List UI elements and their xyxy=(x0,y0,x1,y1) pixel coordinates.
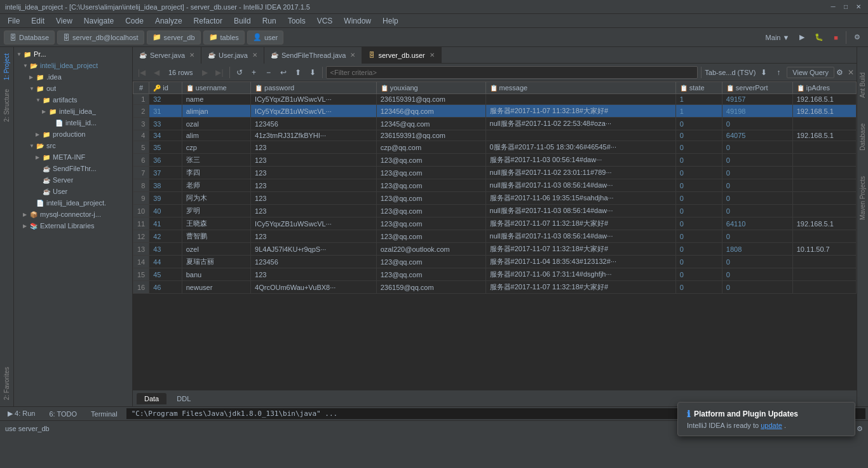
cell-username[interactable]: czp xyxy=(182,141,250,154)
cell-ipadres[interactable] xyxy=(792,141,856,154)
col-state[interactable]: 📋state xyxy=(675,82,722,94)
cell-password[interactable]: 123 xyxy=(251,230,377,243)
cell-password[interactable]: 123456 xyxy=(251,118,377,130)
cell-id[interactable]: 37 xyxy=(149,167,182,179)
cell-serverport[interactable]: 0 xyxy=(722,230,792,243)
cell-ipadres[interactable] xyxy=(792,205,856,217)
cell-message[interactable]: 服务器#2017-11-06 17:31:14#dsghfjh··· xyxy=(485,268,675,281)
close-user-java[interactable]: ✕ xyxy=(252,52,257,59)
cell-message[interactable]: 服务器#2017-11-07 11:32:18#大家好# xyxy=(485,281,675,294)
toolbar-tab-database[interactable]: 🗄 Database xyxy=(4,31,55,45)
cell-id[interactable]: 39 xyxy=(149,192,182,205)
table-row[interactable]: 5 35 czp 123 czp@qq.com 0服务器#2017-11-05 … xyxy=(133,141,857,154)
tab-sendfilethread-java[interactable]: ☕ SendFileThread.java ✕ xyxy=(264,47,363,64)
toolbar-tab-user[interactable]: 👤 user xyxy=(247,31,283,45)
cell-state[interactable]: 1 xyxy=(675,94,722,105)
cell-password[interactable]: ICy5YqxZB1uWSwcVL··· xyxy=(251,217,377,230)
cell-id[interactable]: 36 xyxy=(149,154,182,167)
cell-password[interactable]: 123 xyxy=(251,167,377,179)
cell-message[interactable]: 服务器#2017-11-07 11:32:18#大家好# xyxy=(485,105,675,118)
cell-state[interactable]: 0 xyxy=(675,130,722,141)
cell-username[interactable]: 阿为木 xyxy=(182,192,250,205)
cell-message[interactable]: null服务器#2017-11-03 08:56:14#daw··· xyxy=(485,205,675,217)
filter-input[interactable] xyxy=(326,66,698,79)
cell-ipadres[interactable]: 192.168.5.1 xyxy=(792,130,856,141)
close-button[interactable]: ✕ xyxy=(854,3,863,11)
cell-state[interactable]: 0 xyxy=(675,192,722,205)
cell-id[interactable]: 40 xyxy=(149,205,182,217)
tree-item-project-file[interactable]: 📄 intelij_idea_project. xyxy=(14,197,132,209)
close-panel-icon[interactable]: ✕ xyxy=(848,68,854,77)
toolbar-tab-server-db[interactable]: 📁 server_db xyxy=(147,31,201,45)
close-sendfilethread[interactable]: ✕ xyxy=(350,52,355,59)
cell-username[interactable]: 李四 xyxy=(182,167,250,179)
nav-first-button[interactable]: |◀ xyxy=(135,66,148,79)
col-message[interactable]: 📋message xyxy=(485,82,675,94)
cell-ipadres[interactable] xyxy=(792,179,856,192)
sort-asc-button[interactable]: ↑ xyxy=(772,66,785,79)
toolbar-tab-server-db-host[interactable]: 🗄 server_db@localhost xyxy=(57,31,144,45)
menu-code[interactable]: Code xyxy=(120,15,149,27)
cell-password[interactable]: 123456 xyxy=(251,256,377,268)
close-server-java[interactable]: ✕ xyxy=(189,52,194,59)
cell-serverport[interactable]: 49198 xyxy=(722,105,792,118)
cell-message[interactable]: null服务器#2017-11-02 23:01:11#789··· xyxy=(485,167,675,179)
cell-state[interactable]: 0 xyxy=(675,154,722,167)
cell-username[interactable]: ozal xyxy=(182,118,250,130)
table-row[interactable]: 6 36 张三 123 123@qq.com 服务器#2017-11-03 00… xyxy=(133,154,857,167)
cell-ipadres[interactable] xyxy=(792,230,856,243)
cell-ipadres[interactable] xyxy=(792,118,856,130)
cell-state[interactable]: 0 xyxy=(675,141,722,154)
cell-id[interactable]: 33 xyxy=(149,118,182,130)
tree-item-intelij-project[interactable]: ▼ 📂 intelij_idea_project xyxy=(14,60,132,71)
cell-state[interactable]: 1 xyxy=(675,105,722,118)
cell-message[interactable] xyxy=(485,94,675,105)
maximize-button[interactable]: □ xyxy=(841,3,850,11)
cell-state[interactable]: 0 xyxy=(675,179,722,192)
cell-password[interactable]: 123 xyxy=(251,192,377,205)
cell-message[interactable]: null服务器#2017-11-02 22:53:48#oza··· xyxy=(485,118,675,130)
settings-gear-icon[interactable]: ⚙ xyxy=(836,68,843,77)
cell-id[interactable]: 41 xyxy=(149,217,182,230)
cell-password[interactable]: 123 xyxy=(251,179,377,192)
cell-id[interactable]: 42 xyxy=(149,230,182,243)
cell-ipadres[interactable]: 192.168.5.1 xyxy=(792,105,856,118)
todo-tab[interactable]: 6: TODO xyxy=(44,409,82,419)
cell-ipadres[interactable]: 192.168.5.1 xyxy=(792,217,856,230)
tree-item-meta-inf[interactable]: ▶ 📁 META-INF xyxy=(14,151,132,163)
table-row[interactable]: 14 44 夏瑞古丽 123456 123@qq.com 服务器#2017-11… xyxy=(133,256,857,268)
tree-item-intelij-idea-sub[interactable]: ▶ 📁 intelij_idea_ xyxy=(14,106,132,117)
cell-serverport[interactable]: 64075 xyxy=(722,130,792,141)
cell-youxiang[interactable]: 123@qq.com xyxy=(376,205,485,217)
menu-vcs[interactable]: VCS xyxy=(312,15,338,27)
cell-username[interactable]: 老师 xyxy=(182,179,250,192)
cell-password[interactable]: 123 xyxy=(251,205,377,217)
tab-server-java[interactable]: ☕ Server.java ✕ xyxy=(133,47,201,64)
col-username[interactable]: 📋username xyxy=(182,82,250,94)
cell-username[interactable]: ozel xyxy=(182,243,250,256)
run-tab[interactable]: ▶ 4: Run xyxy=(3,408,40,419)
cell-youxiang[interactable]: 123@qq.com xyxy=(376,217,485,230)
cell-youxiang[interactable]: 12345@qq.com xyxy=(376,118,485,130)
cell-ipadres[interactable] xyxy=(792,256,856,268)
vtab-favorites[interactable]: 2: Favorites xyxy=(1,363,12,404)
cell-username[interactable]: 罗明 xyxy=(182,205,250,217)
nav-last-button[interactable]: ▶| xyxy=(214,66,226,79)
cell-serverport[interactable]: 64110 xyxy=(722,217,792,230)
menu-build[interactable]: Build xyxy=(229,15,256,27)
cell-password[interactable]: ICy5YqxZB1uWSwcVL··· xyxy=(251,94,377,105)
menu-refactor[interactable]: Refactor xyxy=(189,15,227,27)
menu-edit[interactable]: Edit xyxy=(26,15,50,27)
menu-analyze[interactable]: Analyze xyxy=(150,15,187,27)
cell-ipadres[interactable] xyxy=(792,192,856,205)
table-row[interactable]: 7 37 李四 123 123@qq.com null服务器#2017-11-0… xyxy=(133,167,857,179)
tree-item-project-root[interactable]: ▼ 📁 Pr... xyxy=(14,48,132,60)
cell-serverport[interactable]: 0 xyxy=(722,281,792,294)
cell-id[interactable]: 45 xyxy=(149,268,182,281)
cell-ipadres[interactable] xyxy=(792,281,856,294)
cell-username[interactable]: 夏瑞古丽 xyxy=(182,256,250,268)
cell-password[interactable]: 123 xyxy=(251,268,377,281)
tsv-config-button[interactable]: ⬇ xyxy=(757,66,770,79)
menu-view[interactable]: View xyxy=(51,15,78,27)
tree-item-src[interactable]: ▼ 📂 src xyxy=(14,140,132,151)
